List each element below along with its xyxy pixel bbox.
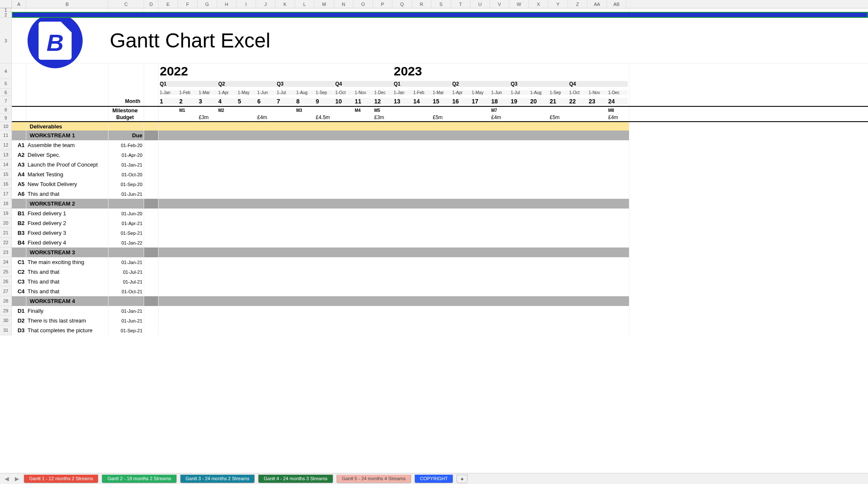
- row-header-30[interactable]: 30: [0, 316, 12, 325]
- cell[interactable]: M8: [608, 108, 628, 113]
- cell[interactable]: 1-Apr: [452, 90, 472, 95]
- cell[interactable]: 11: [355, 98, 374, 105]
- cell[interactable]: 1-Jul: [511, 90, 530, 95]
- row-header-25[interactable]: 25: [0, 267, 12, 277]
- task-row[interactable]: A6This and that01-Jun-21: [12, 189, 868, 199]
- sheet-tab[interactable]: Gantt 1 - 12 months 2 Streams: [24, 475, 98, 483]
- cell[interactable]: £4m: [257, 114, 277, 120]
- col-header-j[interactable]: J: [256, 0, 275, 8]
- row-1[interactable]: [12, 8, 868, 12]
- task-row[interactable]: C1The main exciting thing01-Jan-21: [12, 257, 868, 267]
- cell[interactable]: M3: [296, 108, 316, 113]
- cell[interactable]: 16: [452, 98, 472, 105]
- cell[interactable]: 1-Nov: [589, 90, 608, 95]
- cell[interactable]: 1-Jan: [394, 90, 413, 95]
- cell[interactable]: 1-Sep: [316, 90, 335, 95]
- task-row[interactable]: A1Assemble the team01-Feb-20: [12, 140, 868, 150]
- col-header-t[interactable]: T: [451, 0, 470, 8]
- task-row[interactable]: B4Fixed delivery 401-Jan-22: [12, 238, 868, 248]
- row-header-14[interactable]: 14: [0, 160, 12, 170]
- task-row[interactable]: D1Finally01-Jan-21: [12, 306, 868, 316]
- task-row[interactable]: A4Market Testing01-Oct-20: [12, 170, 868, 179]
- cell[interactable]: 1-Sep: [550, 90, 569, 95]
- cell[interactable]: M4: [355, 108, 374, 113]
- row-header-4[interactable]: 4: [0, 64, 12, 79]
- cell[interactable]: 9: [316, 98, 335, 105]
- cell[interactable]: M2: [218, 108, 238, 113]
- col-header-p[interactable]: P: [373, 0, 392, 8]
- row-header-24[interactable]: 24: [0, 257, 12, 267]
- row-header-5[interactable]: 5: [0, 79, 12, 89]
- spreadsheet-grid[interactable]: B Gantt Chart Excel 20222023 Q1Q2Q3Q4Q1Q…: [12, 8, 868, 484]
- row-header-22[interactable]: 22: [0, 238, 12, 248]
- row-header-2[interactable]: 2: [0, 12, 12, 18]
- cell[interactable]: £3m: [199, 114, 218, 120]
- row-header-3[interactable]: 3: [0, 18, 12, 64]
- col-header-q[interactable]: Q: [392, 0, 412, 8]
- row-header-15[interactable]: 15: [0, 170, 12, 179]
- row-header-20[interactable]: 20: [0, 218, 12, 228]
- task-row[interactable]: B1Fixed delivery 101-Jun-20: [12, 209, 868, 218]
- sheet-tab[interactable]: Gantt 5 - 24 months 4 Streams: [337, 475, 411, 483]
- cell[interactable]: 1-May: [238, 90, 257, 95]
- cell[interactable]: 7: [277, 98, 296, 105]
- cell[interactable]: 1-Mar: [433, 90, 452, 95]
- cell[interactable]: 4: [218, 98, 238, 105]
- cell[interactable]: 14: [413, 98, 433, 105]
- cell[interactable]: 8: [296, 98, 316, 105]
- col-header-n[interactable]: N: [334, 0, 353, 8]
- cell[interactable]: M5: [374, 108, 394, 113]
- col-header-w[interactable]: W: [509, 0, 529, 8]
- task-row[interactable]: A2Deliver Spec.01-Apr-20: [12, 150, 868, 160]
- cell[interactable]: 1-Aug: [296, 90, 316, 95]
- row-header-27[interactable]: 27: [0, 287, 12, 296]
- row-header-23[interactable]: 23: [0, 248, 12, 257]
- col-header-c[interactable]: C: [108, 0, 144, 8]
- col-header-u[interactable]: U: [470, 0, 490, 8]
- cell[interactable]: 19: [511, 98, 530, 105]
- cell[interactable]: M7: [491, 108, 511, 113]
- cell[interactable]: £5m: [550, 114, 569, 120]
- row-header-18[interactable]: 18: [0, 199, 12, 209]
- col-header-r[interactable]: R: [412, 0, 431, 8]
- cell[interactable]: 15: [433, 98, 452, 105]
- sheet-tab[interactable]: Gantt 4 - 24 months 3 Streams: [258, 475, 333, 483]
- cell[interactable]: £5m: [433, 114, 452, 120]
- col-header-z[interactable]: Z: [568, 0, 587, 8]
- task-row[interactable]: D3That completes the picture01-Sep-21: [12, 325, 868, 335]
- cell[interactable]: 13: [394, 98, 413, 105]
- add-sheet-button[interactable]: +: [456, 475, 467, 483]
- cell[interactable]: 17: [472, 98, 491, 105]
- row-header-17[interactable]: 17: [0, 189, 12, 199]
- col-header-d[interactable]: D: [144, 0, 159, 8]
- col-header-ab[interactable]: AB: [607, 0, 626, 8]
- cell[interactable]: 6: [257, 98, 277, 105]
- row-header-9[interactable]: 9: [0, 114, 12, 122]
- sheet-tab[interactable]: Gantt 2 - 18 months 2 Streams: [102, 475, 176, 483]
- cell[interactable]: 1-Nov: [355, 90, 374, 95]
- cell[interactable]: 1: [160, 98, 179, 105]
- row-header-1[interactable]: 1: [0, 8, 12, 12]
- row-header-7[interactable]: 7: [0, 96, 12, 106]
- col-header-h[interactable]: H: [217, 0, 236, 8]
- tab-nav-next-icon[interactable]: ▶: [14, 476, 20, 482]
- row-header-26[interactable]: 26: [0, 277, 12, 287]
- col-header-k[interactable]: K: [275, 0, 295, 8]
- cell[interactable]: 1-Jul: [277, 90, 296, 95]
- task-row[interactable]: C3This and that01-Jul-21: [12, 277, 868, 287]
- row-header-31[interactable]: 31: [0, 325, 12, 335]
- cell[interactable]: £4m: [491, 114, 511, 120]
- col-header-a[interactable]: A: [12, 0, 26, 8]
- col-header-i[interactable]: I: [236, 0, 256, 8]
- cell[interactable]: 1-Mar: [199, 90, 218, 95]
- cell[interactable]: M1: [179, 108, 199, 113]
- cell[interactable]: 1-Feb: [413, 90, 433, 95]
- cell[interactable]: 1-Jun: [491, 90, 511, 95]
- col-header-e[interactable]: E: [159, 0, 178, 8]
- task-row[interactable]: C2This and that01-Jul-21: [12, 267, 868, 277]
- cell[interactable]: 1-Feb: [179, 90, 199, 95]
- row-header-29[interactable]: 29: [0, 306, 12, 316]
- cell[interactable]: 20: [530, 98, 550, 105]
- task-row[interactable]: C4This and that01-Oct-21: [12, 287, 868, 296]
- cell[interactable]: 2: [179, 98, 199, 105]
